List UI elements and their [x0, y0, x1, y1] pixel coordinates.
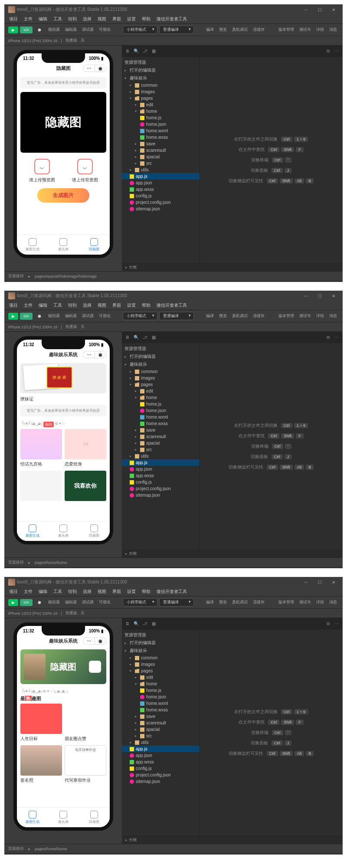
hero-banner[interactable]: 隐藏图 [20, 649, 106, 684]
cert-banner[interactable]: 撩 妹 家 [20, 363, 106, 393]
card-chalkboard[interactable]: 我喜欢你 [65, 471, 106, 501]
upload-preview-button[interactable]: ◡ 请上传预览图 [29, 159, 55, 183]
folder-edit[interactable]: ▸edit [122, 102, 200, 108]
extension-icon[interactable]: ▦ [151, 48, 157, 54]
file-homejson[interactable]: home.json [122, 121, 200, 128]
maximize-icon[interactable]: ☐ [314, 292, 325, 299]
simulator-button[interactable]: ▶ [8, 26, 18, 33]
tab-avatar[interactable]: 趣头像 [48, 521, 79, 541]
folder-home[interactable]: ▾home [122, 108, 200, 115]
search-icon[interactable]: 🔍 [133, 48, 139, 54]
folder-pages[interactable]: ▾pages [122, 95, 200, 102]
preview-button[interactable]: 预览 [217, 26, 229, 33]
card-grid3[interactable] [20, 471, 62, 501]
file-configjs[interactable]: config.js [122, 193, 200, 199]
debugger-button[interactable]: ⬢ [34, 26, 45, 33]
phone-notch [42, 53, 85, 63]
message-button[interactable]: 消息 [327, 26, 339, 33]
mode-dropdown[interactable]: 小程序模式 [123, 26, 157, 34]
minimize-icon[interactable]: ─ [301, 292, 311, 299]
menu-select[interactable]: 选择 [80, 15, 94, 23]
tab-avatar[interactable]: 趣头像 [48, 235, 79, 255]
menu-file[interactable]: 文件 [21, 15, 35, 23]
upload-bg-button[interactable]: ◡ 请上传背景图 [72, 159, 98, 183]
open-editor-section[interactable]: ▸打开的编辑器 [122, 66, 200, 74]
close-icon[interactable]: ✕ [328, 6, 339, 13]
folder-save[interactable]: ▸save [122, 141, 200, 147]
card-signature[interactable] [20, 745, 62, 776]
file-sitemap[interactable]: sitemap.json [122, 206, 200, 212]
user-avatar[interactable] [8, 292, 15, 299]
home-icon [29, 238, 36, 246]
menu-edit[interactable]: 编辑 [36, 15, 50, 23]
folder-src[interactable]: ▸src [122, 160, 200, 167]
testnum-button[interactable]: 测试号 [298, 26, 313, 33]
detail-button[interactable]: 详情 [314, 26, 326, 33]
generate-button[interactable]: 生成图片 [37, 188, 89, 203]
capsule-button[interactable]: ⋯◉ [83, 65, 106, 72]
tab-hidden[interactable]: 隐藏图 [79, 808, 110, 827]
more-icon[interactable]: ⋯ [334, 48, 340, 54]
branch-icon[interactable]: ⎇ [142, 48, 148, 54]
env-dropdown[interactable]: 普通编译 [159, 26, 194, 34]
tab-hidden[interactable]: 隐藏图 [79, 521, 110, 541]
tab-qutu[interactable]: 趣图生成 [17, 521, 48, 541]
explorer-icon[interactable]: 🗎 [124, 48, 131, 54]
explorer-header[interactable]: 资源管理器 [122, 59, 200, 66]
capsule-button[interactable]: ⋯◉ [83, 637, 106, 645]
menu-project[interactable]: 项目 [7, 15, 20, 23]
user-avatar[interactable] [8, 6, 15, 13]
close-icon[interactable]: ✕ [328, 579, 339, 586]
editor-panel: 🗎 🔍 ⎇ ▦ ⧉ ⋯ 资源管理器 ▸打开的编辑器 ▾趣味娱乐 ▸common … [122, 46, 342, 271]
menu-interface[interactable]: 界面 [110, 15, 124, 23]
tab-hidden[interactable]: 隐藏图 [79, 235, 110, 255]
file-projectconfig[interactable]: project.config.json [122, 199, 200, 206]
menu-view[interactable]: 视图 [95, 15, 109, 23]
close-icon[interactable]: ✕ [328, 292, 339, 299]
minimize-icon[interactable]: ─ [301, 579, 311, 586]
card-likes[interactable] [65, 704, 106, 734]
simulator-label: 模拟器 [46, 26, 62, 33]
compile-button[interactable]: 编译 [204, 26, 216, 33]
maximize-icon[interactable]: ☐ [314, 6, 325, 13]
folder-common[interactable]: ▸common [122, 82, 200, 88]
file-appwxss[interactable]: app.wxss [122, 186, 200, 193]
maximize-icon[interactable]: ☐ [314, 579, 325, 586]
card-homework[interactable]: 化学清单作业 [65, 745, 106, 776]
menu-settings[interactable]: 设置 [124, 15, 138, 23]
card-life-goal[interactable] [20, 704, 62, 734]
menu-tool[interactable]: 工具 [51, 15, 65, 23]
folder-spacial[interactable]: ▸spacial [122, 154, 200, 160]
file-appjs[interactable]: app.js [122, 173, 200, 180]
folder-scanresult[interactable]: ▸scanresult [122, 147, 200, 154]
menu-help[interactable]: 帮助 [139, 15, 153, 23]
cleancache-button[interactable]: 清缓存 [251, 26, 266, 33]
project-root[interactable]: ▾趣味娱乐 [122, 74, 200, 82]
file-homewxss[interactable]: home.wxss [122, 134, 200, 141]
editor-toolbar: 🗎 🔍 ⎇ ▦ ⧉ ⋯ [122, 46, 342, 57]
split-icon[interactable]: ⧉ [325, 48, 331, 54]
editor-button[interactable]: </> [20, 26, 33, 33]
tab-avatar[interactable]: 趣头像 [48, 808, 79, 827]
pagepath-value[interactable]: pages/spacial/hideimage/hideimage [35, 274, 97, 278]
outline-bar[interactable]: ▸大纲 [122, 263, 342, 271]
user-avatar[interactable] [8, 579, 15, 586]
file-homejs[interactable]: home.js [122, 115, 200, 121]
ide-window-2: toos9_刀客源码网 - 微信开发者工具 Stable 1.05.211130… [4, 291, 343, 568]
tab-qutu[interactable]: 趣图生成 [17, 235, 48, 255]
card-nine-grid[interactable] [20, 429, 62, 459]
realdevice-button[interactable]: 真机调试 [230, 26, 249, 33]
version-button[interactable]: 版本管理 [277, 26, 296, 33]
device-model[interactable]: iPhone 12/13 (Pre) 100% 16 [8, 39, 58, 43]
file-appjson[interactable]: app.json [122, 180, 200, 186]
file-homewxml[interactable]: home.wxml [122, 128, 200, 134]
hotreload-status[interactable]: 关 [81, 38, 85, 43]
folder-images[interactable]: ▸images [122, 88, 200, 95]
card-tattoo[interactable]: ♡~ [65, 429, 106, 459]
menu-goto[interactable]: 转到 [65, 15, 79, 23]
folder-utils[interactable]: ▸utils [122, 167, 200, 173]
menu-devtools[interactable]: 微信开发者工具 [154, 15, 190, 23]
capsule-button[interactable]: ⋯◉ [83, 351, 106, 358]
minimize-icon[interactable]: ─ [301, 6, 311, 13]
tab-qutu[interactable]: 趣图生成 [17, 808, 48, 827]
